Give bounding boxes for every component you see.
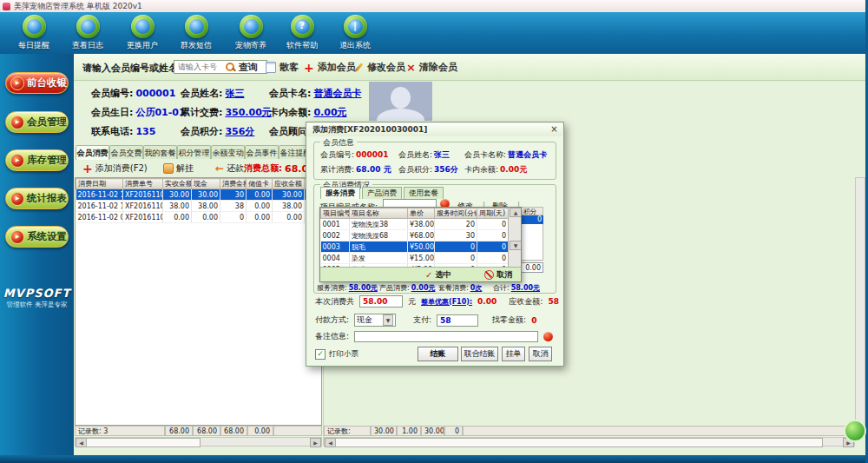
total-label: 本次消费共 [315,296,354,308]
record-count: 记录数: 3 [75,426,165,436]
tab-balance-changes[interactable]: 余额变动 [211,145,245,159]
receivable-value: 58 [548,297,559,306]
toolbar-group-sms[interactable]: 群发短信 [173,15,220,51]
tab-member-payment[interactable]: 会员交费 [109,145,143,159]
window-frame-bottom [0,455,868,463]
member-phone-field: 联系电话:135 [91,125,155,138]
dropdown-scrollbar[interactable]: ▲ ▼ [508,208,521,267]
table-row[interactable]: 2016-11-02 09: XF2016110200 0.00 0.00 0 … [76,212,322,223]
tab-service-consume[interactable]: 服务消费 [320,187,360,199]
payment-method-select[interactable]: 现金 ▼ [354,314,396,327]
pay-amount-input[interactable] [437,314,478,327]
floating-assist-button[interactable] [844,420,866,442]
payment-row-remark: 备注信息: [315,331,553,342]
view-log-icon [76,15,100,38]
clear-member-button[interactable]: × 清除会员 [406,61,457,74]
dropdown-row[interactable]: 0001 宠物洗澡38 ¥38.00 20 0 [321,219,509,230]
member-search-label: 请输入会员编号或姓名: [82,62,181,75]
select-item-button[interactable]: ✓ 选中 [425,269,450,281]
joint-settle-button[interactable]: 联合结账 [461,347,498,361]
right-vertical-scrollbar[interactable] [855,177,865,426]
toolbar-exit-system[interactable]: | 退出系统 [332,15,378,51]
toolbar-software-help[interactable]: ? 软件帮助 [279,15,326,51]
window-titlebar: 美萍宠物店管理系统 单机版 2020v1 [0,0,868,12]
dlg-member-id: 会员编号:000001 [320,149,389,161]
scroll-up-icon[interactable]: ▲ [510,208,522,217]
settle-button[interactable]: 结账 [418,347,458,361]
play-icon: ▶ [10,116,24,129]
check-icon: ✓ [425,270,432,280]
print-receipt-option[interactable]: ✓ 打印小票 [315,349,358,360]
sidebar-item-settings[interactable]: ▶ 系统设置 [5,226,69,248]
whole-order-discount-link[interactable]: 整单优惠(F10): [421,297,472,307]
sidebar-item-members[interactable]: ▶ 会员管理 [5,111,69,133]
scroll-down-icon[interactable]: ▼ [510,241,522,250]
table-row[interactable]: 2016-11-02 10: XF2016110200 30.00 30.00 … [76,189,322,201]
tab-member-consume[interactable]: 会员消费 [76,145,109,160]
toolbar-view-log[interactable]: 查看日志 [64,15,111,51]
payment-row-method: 付款方式: 现金 ▼ 支付: 找零金额: 0 [315,314,536,327]
tab-member-events[interactable]: 会员事件 [245,145,279,159]
walkin-button[interactable]: 散客 [266,61,299,74]
dialog-title: 添加消费[XF202010030001] [312,124,427,136]
dlg-balance: 卡内余额:0.00元 [464,164,527,175]
brand-slogan: 管理软件 美萍是专家 [0,301,74,309]
return-arrow-icon: ← [215,164,224,173]
add-member-button[interactable]: + 添加会员 [304,61,356,74]
sidebar-item-inventory[interactable]: ▶ 库存管理 [5,149,69,171]
add-consume-button[interactable]: + 添加消费(F2) [82,162,148,175]
summary-product: 产品消费:0.00元 [379,283,435,293]
scroll-thumb[interactable] [86,438,201,447]
toolbar-switch-user[interactable]: 更换用户 [119,15,166,51]
payment-row-total: 本次消费共 元 整单优惠(F10): 0.00 应收金额: 58 [315,295,559,308]
scroll-right-icon[interactable]: ▶ [310,438,321,447]
dropdown-row-selected[interactable]: 0003 脱毛 ¥50.00 0 0 [321,241,509,253]
sidebar-item-reports[interactable]: ▶ 统计报表 [5,188,69,209]
member-card-field: 会员卡名:普通会员卡 [269,87,361,100]
tab-my-packages[interactable]: 我的套餐 [143,145,177,159]
app-window: 美萍宠物店管理系统 单机版 2020v1 每日提醒 查看日志 更换用户 群发短信… [0,0,868,463]
switch-user-icon [131,15,155,38]
right-horizontal-scrollbar[interactable]: ◀ ▶ [324,437,855,446]
toolbar-daily-reminder[interactable]: 每日提醒 [10,15,57,51]
checkbox-checked-icon[interactable]: ✓ [315,349,326,360]
table-header-row: 消费日期 消费单号 实收金额 现金 消费金额 储值卡 应收金额 优 [76,179,322,189]
total-cell: 30.00 [421,426,444,436]
edit-member-button[interactable]: 修改会员 [354,61,405,74]
cancel-select-button[interactable]: 取消 [484,269,512,281]
scroll-thumb[interactable] [335,438,823,447]
table-row[interactable]: 2016-11-02 10: XF2016110200 38.00 38.00 … [76,201,322,212]
exit-system-icon: | [344,15,367,38]
dropdown-row[interactable]: 0004 染发 ¥15.00 0 0 [321,253,509,264]
total-cell [273,426,322,436]
summary-service: 服务消费:58.00元 [317,283,378,293]
sidebar-item-cashier[interactable]: ▶ 前台收银 [5,72,69,94]
total-cell: 0.00 [247,426,273,436]
dialog-close-icon[interactable]: × [549,124,560,135]
add-consume-dialog: 添加消费[XF202010030001] × 会员信息 会员编号:000001 … [306,122,564,367]
play-icon: ▶ [10,230,24,244]
cancel-circle-icon [484,270,494,280]
tab-points-manage[interactable]: 积分管理 [177,145,211,159]
remark-label: 备注信息: [315,331,349,342]
remark-search-icon[interactable] [543,332,553,341]
cancel-button[interactable]: 取消 [529,347,552,361]
consumption-table: 消费日期 消费单号 实收金额 现金 消费金额 储值卡 应收金额 优 2016-1… [75,177,322,426]
pay-label: 支付: [413,314,431,326]
toolbar-pet-boarding[interactable]: 宠物寄养 [227,15,274,51]
total-amount-input[interactable] [359,295,403,308]
points-column-header: 积分 [520,207,543,215]
remark-input[interactable] [354,331,538,342]
left-horizontal-scrollbar[interactable]: ◀ ▶ [75,437,322,446]
close-x-icon: × [406,63,416,72]
dlg-points: 会员积分:356分 [398,164,458,175]
dropdown-row[interactable]: 0002 宠物洗澡68 ¥68.00 30 0 [321,230,509,241]
hold-order-button[interactable]: 挂单 [502,347,525,361]
query-button[interactable]: 查询 [226,61,258,74]
service-item-dropdown: 项目编号 项目名称 单价 服务时间(分钟) 周期(天) 0001 宠物洗澡38 … [319,207,522,282]
tab-use-package[interactable]: 使用套餐 [404,187,444,199]
dropdown-table: 项目编号 项目名称 单价 服务时间(分钟) 周期(天) 0001 宠物洗澡38 … [320,208,508,267]
release-hold-button[interactable]: 解挂 [163,162,194,175]
refund-button[interactable]: ← 还款 [215,162,244,175]
tab-product-consume[interactable]: 产品消费 [362,187,402,199]
